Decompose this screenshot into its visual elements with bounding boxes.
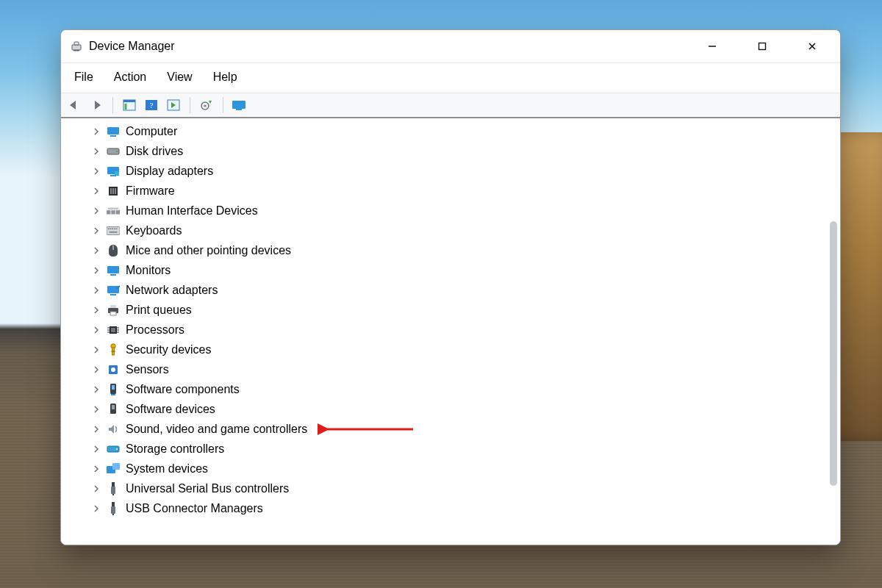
chevron-right-icon[interactable] (92, 425, 101, 434)
svg-rect-33 (114, 228, 115, 229)
tree-item[interactable]: Human Interface Devices (61, 201, 827, 220)
svg-rect-42 (110, 305, 116, 308)
chevron-right-icon[interactable] (92, 266, 101, 275)
chevron-right-icon[interactable] (92, 187, 101, 196)
chevron-right-icon[interactable] (92, 226, 101, 235)
minimize-button[interactable] (696, 35, 728, 58)
chevron-right-icon[interactable] (92, 385, 101, 394)
svg-rect-39 (107, 286, 119, 293)
device-tree[interactable]: ComputerDisk drivesDisplay adaptersFirmw… (61, 118, 827, 545)
tree-item[interactable]: Computer (61, 121, 827, 141)
svg-point-17 (116, 151, 118, 152)
tree-item[interactable]: Sound, video and game controllers (61, 419, 827, 439)
svg-rect-15 (110, 135, 116, 137)
svg-point-63 (116, 448, 118, 450)
svg-rect-40 (110, 294, 116, 295)
svg-rect-70 (111, 506, 115, 514)
toolbar-help-button[interactable]: ? (143, 96, 160, 114)
toolbar-back-button[interactable] (65, 96, 83, 114)
svg-rect-66 (112, 482, 115, 487)
tree-item[interactable]: USB Connector Managers (61, 498, 827, 518)
chevron-right-icon[interactable] (92, 504, 101, 513)
svg-point-11 (204, 104, 206, 107)
svg-rect-35 (110, 231, 118, 232)
keyboard-icon (107, 224, 120, 237)
svg-rect-59 (111, 394, 115, 395)
svg-rect-58 (112, 385, 115, 390)
menu-help[interactable]: Help (206, 68, 245, 87)
tree-item[interactable]: Security devices (61, 340, 827, 359)
chevron-right-icon[interactable] (92, 286, 101, 295)
svg-rect-34 (116, 228, 118, 229)
tree-item-label: Software devices (126, 403, 215, 416)
tree-item[interactable]: Storage controllers (61, 439, 827, 459)
svg-rect-24 (115, 188, 116, 194)
toolbar-properties-button[interactable] (121, 96, 138, 114)
tree-item[interactable]: Processors (61, 320, 827, 340)
svg-rect-6 (125, 104, 127, 110)
menu-action[interactable]: Action (107, 68, 154, 87)
toolbar-separator (112, 97, 113, 113)
svg-rect-37 (107, 266, 119, 273)
toolbar-update-driver-button[interactable] (198, 96, 215, 114)
svg-rect-25 (107, 210, 110, 214)
sw-comp-icon (107, 383, 120, 396)
mouse-icon (107, 244, 120, 257)
chevron-right-icon[interactable] (92, 465, 101, 473)
chevron-right-icon[interactable] (92, 147, 101, 156)
chevron-right-icon[interactable] (92, 365, 101, 374)
desktop-wallpaper: Device Manager File Action View Help (0, 0, 882, 588)
svg-rect-20 (110, 175, 116, 176)
svg-rect-22 (110, 188, 112, 194)
storage-icon (107, 442, 120, 456)
chevron-right-icon[interactable] (92, 345, 101, 354)
chevron-right-icon[interactable] (92, 326, 101, 334)
svg-rect-32 (112, 228, 113, 229)
menu-file[interactable]: File (67, 68, 101, 87)
scrollbar-thumb[interactable] (830, 221, 837, 486)
menubar: File Action View Help (61, 63, 840, 93)
svg-rect-26 (111, 210, 115, 214)
tree-item[interactable]: Network adapters (61, 280, 827, 300)
svg-point-56 (111, 368, 115, 372)
system-icon (107, 462, 120, 476)
svg-text:?: ? (150, 101, 154, 110)
tree-item[interactable]: Print queues (61, 300, 827, 320)
toolbar-forward-button[interactable] (87, 96, 105, 114)
close-button[interactable] (796, 35, 828, 58)
tree-item[interactable]: Software devices (61, 399, 827, 419)
chevron-right-icon[interactable] (92, 405, 101, 414)
tree-item[interactable]: Software components (61, 379, 827, 399)
toolbar-scan-button[interactable] (165, 96, 182, 114)
sw-dev-icon (107, 403, 120, 416)
tree-item[interactable]: Firmware (61, 181, 827, 201)
maximize-button[interactable] (746, 35, 778, 58)
chevron-right-icon[interactable] (92, 127, 101, 136)
tree-item[interactable]: Mice and other pointing devices (61, 240, 827, 260)
chevron-right-icon[interactable] (92, 484, 101, 493)
chevron-right-icon[interactable] (92, 167, 101, 176)
chevron-right-icon[interactable] (92, 246, 101, 255)
svg-rect-36 (112, 245, 114, 250)
tree-item[interactable]: Keyboards (61, 220, 827, 240)
chevron-right-icon[interactable] (92, 306, 101, 315)
tree-item[interactable]: Display adapters (61, 161, 827, 181)
tree-item[interactable]: Monitors (61, 260, 827, 280)
chevron-right-icon[interactable] (92, 207, 101, 215)
svg-rect-67 (111, 487, 115, 494)
tree-item[interactable]: System devices (61, 459, 827, 478)
disk-icon (107, 145, 120, 158)
usb-icon (107, 502, 120, 515)
chevron-right-icon[interactable] (92, 445, 101, 453)
tree-item-label: Firmware (126, 184, 175, 198)
menu-view[interactable]: View (159, 68, 199, 87)
tree-item[interactable]: Universal Serial Bus controllers (61, 478, 827, 498)
tree-item[interactable]: Disk drives (61, 141, 827, 161)
svg-rect-14 (107, 127, 119, 135)
tree-item[interactable]: Sensors (61, 359, 827, 379)
svg-rect-27 (116, 210, 120, 214)
svg-rect-43 (110, 312, 116, 315)
firmware-icon (107, 184, 120, 198)
titlebar[interactable]: Device Manager (61, 30, 840, 63)
toolbar-remote-button[interactable] (231, 96, 248, 114)
